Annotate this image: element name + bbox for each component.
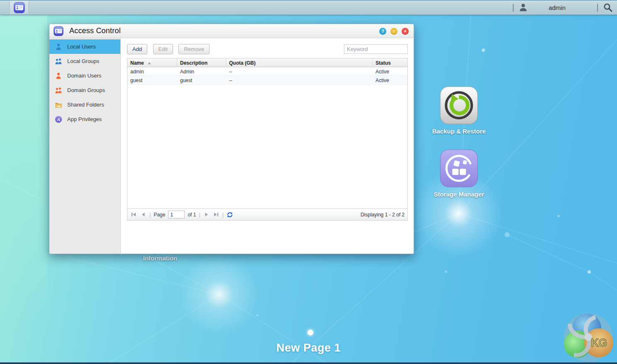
window-sidebar: Local Users Local Groups Domain Users [49,38,121,254]
table-row[interactable]: guest guest -- Active [127,76,407,85]
column-header-quota[interactable]: Quota (GB) [226,58,373,67]
sidebar-item-label: Domain Groups [67,87,105,93]
cell-status: Active [373,76,407,84]
desktop-icon-storage-manager[interactable]: Storage Manager [428,149,490,198]
first-page-button[interactable] [130,211,137,218]
add-button[interactable]: Add [127,44,147,54]
cell-name: guest [127,76,177,84]
sidebar-item-domain-groups[interactable]: Domain Groups [49,83,120,97]
window-title: Access Control [69,27,121,35]
previous-page-button[interactable] [140,211,146,218]
background-dot [482,49,485,52]
users-table: Name Description Quota (GB) Status admin… [127,58,408,209]
cell-name: admin [127,67,177,75]
cell-quota: -- [226,67,373,75]
search-button[interactable] [603,2,613,12]
app-privileges-icon: A [55,116,62,123]
taskbar-separator [513,4,514,12]
backup-restore-icon [440,86,478,124]
remove-button[interactable]: Remove [178,44,209,54]
group-icon-orange [55,87,62,94]
displaying-label: Displaying 1 - 2 of 2 [361,212,405,218]
last-page-button[interactable] [213,211,219,218]
page-number-input[interactable] [168,211,185,218]
page-label: Page [154,212,165,218]
cell-status: Active [373,67,407,75]
background-dot [256,314,259,316]
pagination-bar: | Page of 1 | | [127,209,408,221]
sidebar-item-label: Shared Folders [67,102,104,108]
desktop-icon-backup-restore[interactable]: Backup & Restore [428,86,490,135]
storage-manager-icon [440,149,478,187]
folder-icon [55,101,62,109]
kg-watermark-logo: KG [561,312,615,363]
refresh-button[interactable] [227,211,233,218]
id-card-icon [14,2,25,13]
username-label: admin [528,4,592,11]
cell-description: guest [177,76,226,84]
kg-watermark-text: KG [591,337,607,349]
next-page-button[interactable] [203,211,210,218]
table-header-row: Name Description Quota (GB) Status [127,58,407,67]
window-titlebar[interactable]: Access Control ? – × [49,24,414,38]
screen-bottom-edge [0,362,617,364]
taskbar-separator [597,4,598,12]
table-row[interactable]: admin Admin -- Active [127,67,407,76]
desktop-page-label: New Page 1 [0,342,617,354]
keyword-search-input[interactable] [344,44,408,54]
edit-button[interactable]: Edit [153,44,173,54]
cell-quota: -- [226,76,373,84]
user-menu[interactable]: admin [519,3,592,12]
background-dot [505,232,510,237]
refresh-icon [227,211,233,218]
sidebar-item-domain-users[interactable]: Domain Users [49,68,120,83]
desktop-icon-label: Backup & Restore [428,128,490,135]
background-dot [588,270,591,274]
sidebar-item-app-privileges[interactable]: A App Privileges [49,112,120,126]
sidebar-item-label: Local Users [67,44,96,50]
window-content: Add Edit Remove Name Description Quota (… [121,38,414,254]
id-card-icon [54,26,63,36]
column-header-name[interactable]: Name [127,58,177,67]
desktop-icon-label: Storage Manager [428,191,490,198]
column-header-status[interactable]: Status [373,58,407,67]
background-dot [445,270,447,273]
page-count-label: of 1 [188,212,196,218]
user-icon-blue [55,43,62,51]
sort-ascending-icon [148,62,151,64]
svg-text:A: A [57,116,60,121]
sidebar-item-local-groups[interactable]: Local Groups [49,54,120,68]
sidebar-item-local-users[interactable]: Local Users [49,39,120,54]
taskbar: admin [0,0,617,15]
column-header-description[interactable]: Description [177,58,226,67]
magnifier-icon [603,2,613,12]
user-icon-orange [55,72,62,80]
sidebar-item-label: App Privileges [67,116,102,122]
page-indicator-dot[interactable] [307,330,313,335]
access-control-window: Access Control ? – × Local Users [49,24,414,254]
sidebar-item-shared-folders[interactable]: Shared Folders [49,97,120,112]
grid-toolbar: Add Edit Remove [127,44,408,55]
screen: admin System Information [0,0,617,364]
close-button[interactable]: × [402,28,409,35]
sidebar-item-label: Local Groups [67,58,99,64]
minimize-button[interactable]: – [390,28,398,35]
sidebar-item-label: Domain Users [67,73,101,79]
help-button[interactable]: ? [379,28,386,35]
cell-description: Admin [177,67,226,75]
person-icon [519,3,528,12]
group-icon-blue [55,58,62,65]
taskbar-access-control-button[interactable] [9,1,29,14]
background-dot [557,215,560,217]
